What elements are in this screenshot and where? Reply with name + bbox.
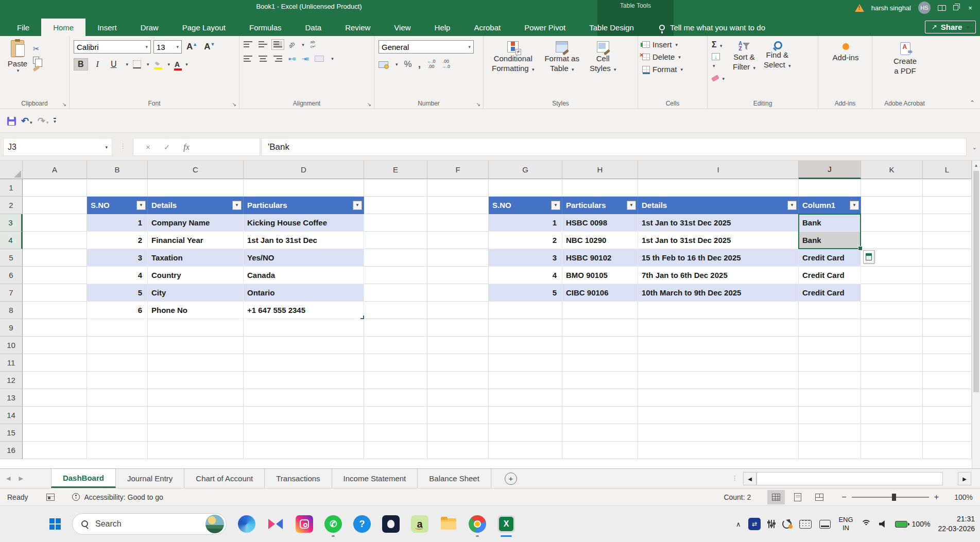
cell-G6[interactable]: 4 [489, 267, 562, 284]
chevron-down-icon[interactable]: ▾ [147, 62, 149, 67]
cell-A15[interactable] [23, 424, 87, 442]
column-header-L[interactable]: L [923, 161, 972, 179]
row-header-4[interactable]: 4 [0, 232, 23, 249]
chevron-down-icon[interactable]: ▾ [126, 62, 128, 67]
cell-E13[interactable] [364, 389, 427, 407]
cell-K9[interactable] [861, 319, 923, 337]
cell-L4[interactable] [923, 232, 972, 249]
filter-button-particulars[interactable]: ▼ [353, 201, 362, 210]
font-dialog-launcher[interactable]: ↘ [232, 101, 236, 107]
cell-B16[interactable] [87, 442, 148, 459]
cell-C10[interactable] [148, 337, 244, 354]
cell-F12[interactable] [427, 372, 489, 389]
cell-G1[interactable] [489, 179, 562, 197]
cell-styles-button[interactable]: Cell Styles ▾ [586, 40, 621, 98]
cell-A10[interactable] [23, 337, 87, 354]
cell-F4[interactable] [427, 232, 489, 249]
cell-I9[interactable] [638, 319, 799, 337]
tab-page-layout[interactable]: Page Layout [170, 19, 237, 36]
cell-D4[interactable]: 1st Jan to 31st Dec [244, 232, 364, 249]
font-color-icon[interactable]: A [175, 61, 180, 68]
language-indicator[interactable]: ENGIN [838, 516, 853, 532]
cell-G16[interactable] [489, 442, 562, 459]
tab-file[interactable]: File [5, 19, 41, 36]
cell-D10[interactable] [244, 337, 364, 354]
zoom-out-button[interactable]: − [841, 493, 846, 502]
vertical-scrollbar[interactable]: ▲ [972, 161, 980, 468]
cell-L9[interactable] [923, 319, 972, 337]
cell-K1[interactable] [861, 179, 923, 197]
search-highlight-image[interactable] [205, 515, 224, 533]
cell-G13[interactable] [489, 389, 562, 407]
row-header-8[interactable]: 8 [0, 302, 23, 319]
filter-button-particulars[interactable]: ▼ [627, 201, 636, 210]
cell-C4[interactable]: Financial Year [148, 232, 244, 249]
cell-J11[interactable] [799, 354, 861, 372]
name-box[interactable]: J3 ▾ [3, 138, 112, 156]
cell-H2[interactable]: Particulars▼ [562, 197, 638, 214]
cell-K14[interactable] [861, 407, 923, 424]
sheet-tab-transactions[interactable]: Transactions [265, 469, 332, 488]
cell-A16[interactable] [23, 442, 87, 459]
fill-color-icon[interactable] [154, 62, 162, 67]
warning-icon[interactable] [855, 4, 864, 12]
vertical-scroll-thumb[interactable] [973, 171, 979, 392]
cell-E3[interactable] [364, 214, 427, 232]
tab-table-design[interactable]: Table Design [577, 19, 646, 36]
cell-H3[interactable]: HSBC 0098 [562, 214, 638, 232]
addins-button[interactable]: Add-ins [822, 42, 869, 64]
cell-J8[interactable] [799, 302, 861, 319]
cell-C13[interactable] [148, 389, 244, 407]
cell-L7[interactable] [923, 284, 972, 302]
customize-qat-icon[interactable]: ▾ [54, 118, 56, 124]
column-header-G[interactable]: G [489, 161, 562, 179]
column-header-F[interactable]: F [427, 161, 489, 179]
cell-L11[interactable] [923, 354, 972, 372]
chevron-down-icon[interactable]: ▾ [168, 62, 170, 67]
cell-G3[interactable]: 1 [489, 214, 562, 232]
battery-icon[interactable] [895, 521, 907, 528]
cell-F10[interactable] [427, 337, 489, 354]
cell-J2[interactable]: Column1▼ [799, 197, 861, 214]
tab-view[interactable]: View [382, 19, 422, 36]
cell-B4[interactable]: 2 [87, 232, 148, 249]
align-right-icon[interactable] [273, 56, 282, 62]
cell-I15[interactable] [638, 424, 799, 442]
cell-J13[interactable] [799, 389, 861, 407]
user-name[interactable]: harsh singhal [871, 4, 911, 12]
column-header-E[interactable]: E [364, 161, 427, 179]
cell-K3[interactable] [861, 214, 923, 232]
cell-G15[interactable] [489, 424, 562, 442]
cell-F1[interactable] [427, 179, 489, 197]
cell-B11[interactable] [87, 354, 148, 372]
ribbon-display-options-icon[interactable] [938, 5, 946, 11]
sheet-tab-chart-of-account[interactable]: Chart of Account [184, 469, 265, 488]
cell-K12[interactable] [861, 372, 923, 389]
start-button[interactable] [49, 518, 61, 530]
sheet-nav-right-icon[interactable]: ▶ [19, 475, 23, 482]
cell-B5[interactable]: 3 [87, 249, 148, 267]
cell-H11[interactable] [562, 354, 638, 372]
cell-E14[interactable] [364, 407, 427, 424]
restore-window-icon[interactable] [953, 5, 958, 10]
tab-insert[interactable]: Insert [85, 19, 129, 36]
cell-D1[interactable] [244, 179, 364, 197]
cell-K7[interactable] [861, 284, 923, 302]
row-header-5[interactable]: 5 [0, 249, 23, 267]
cell-L8[interactable] [923, 302, 972, 319]
cell-I10[interactable] [638, 337, 799, 354]
cell-C15[interactable] [148, 424, 244, 442]
cell-F11[interactable] [427, 354, 489, 372]
formula-input[interactable]: 'Bank [261, 138, 967, 156]
hscroll-splitter[interactable]: ⋮ [731, 474, 738, 482]
cell-K13[interactable] [861, 389, 923, 407]
fill-button[interactable]: ↓ ▾ [712, 53, 725, 69]
cell-H16[interactable] [562, 442, 638, 459]
row-header-3[interactable]: 3 [0, 214, 23, 232]
cell-H7[interactable]: CIBC 90106 [562, 284, 638, 302]
select-all-corner[interactable] [0, 161, 23, 179]
align-bottom-icon[interactable] [273, 41, 282, 48]
cell-A2[interactable] [23, 197, 87, 214]
cell-L16[interactable] [923, 442, 972, 459]
save-icon[interactable] [7, 117, 16, 126]
